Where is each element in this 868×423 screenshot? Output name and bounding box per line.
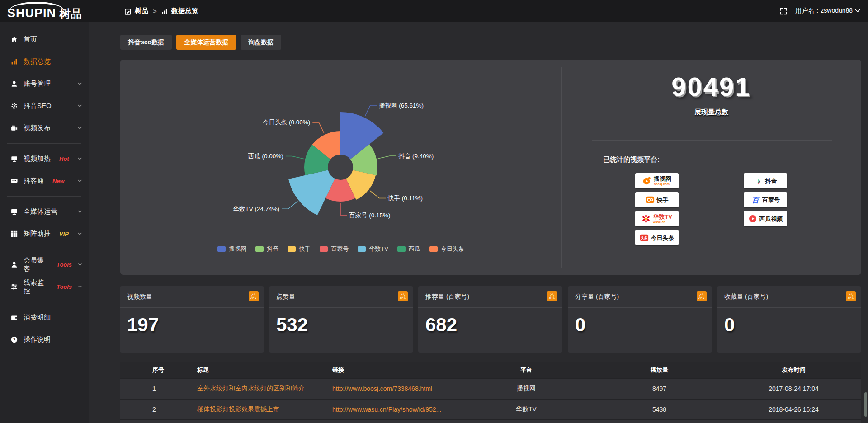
legend-item-3[interactable]: 百家号	[320, 245, 349, 253]
chevron-down-icon	[78, 262, 82, 267]
total-badge[interactable]: 总	[846, 291, 856, 301]
breadcrumb: 树品 > 数据总览	[125, 0, 198, 22]
sidebar-item-badge: VIP	[59, 230, 69, 237]
row-plays: 5438	[593, 406, 726, 413]
row-checkbox[interactable]	[132, 385, 132, 392]
sidebar-item-consume-detail[interactable]: 消费明细	[0, 306, 89, 329]
column-header-5: 发布时间	[726, 366, 861, 374]
platform-badge-xigua[interactable]: 西瓜视频	[744, 211, 787, 226]
platform-badge-wasu[interactable]: 华数TVwasu.cn	[635, 211, 679, 226]
total-badge[interactable]: 总	[697, 291, 707, 301]
monitor-icon	[11, 155, 18, 162]
video-title-link[interactable]: 楼体投影灯投影效果震撼上市	[197, 405, 279, 413]
sidebar-item-badge: Tools	[57, 283, 72, 290]
boosj-logo-icon	[642, 176, 651, 185]
wallet-icon	[11, 314, 18, 321]
username-display[interactable]: 用户名：zswodun88	[795, 7, 861, 15]
chevron-down-icon	[77, 156, 82, 161]
total-badge[interactable]: 总	[547, 291, 557, 301]
select-all-checkbox[interactable]	[132, 367, 132, 374]
sidebar-item-operation-guide[interactable]: ?操作说明	[0, 329, 89, 351]
sidebar-item-video-publish[interactable]: 视频发布	[0, 117, 89, 139]
row-link: http://www.boosj.com/7338468.html	[324, 385, 460, 392]
app-logo: SHUPIN 树品	[7, 1, 82, 19]
sidebar-item-douyin-seo[interactable]: 抖音SEO	[0, 95, 89, 117]
tab-inquiry-data[interactable]: 询盘数据	[241, 35, 281, 50]
sidebar-divider	[7, 143, 81, 144]
sidebar-item-douketong[interactable]: 抖客通New	[0, 170, 89, 192]
chart-bar-icon	[161, 7, 168, 14]
tab-media-operation-data[interactable]: 全媒体运营数据	[176, 35, 236, 50]
legend-swatch	[320, 246, 328, 252]
tab-douyin-seo-data[interactable]: 抖音seo数据	[120, 35, 172, 50]
grid-icon	[11, 230, 18, 237]
pie-label-4: 华数TV (24.74%)	[233, 206, 280, 212]
pie-label-6: 今日头条 (0.00%)	[263, 119, 310, 126]
table-header-row: 序号标题链接平台播放量发布时间	[120, 362, 861, 378]
legend-item-1[interactable]: 抖音	[255, 245, 278, 253]
legend-item-5[interactable]: 西瓜	[397, 245, 420, 253]
legend-swatch	[429, 246, 438, 252]
sidebar-item-home[interactable]: 首页	[0, 28, 89, 51]
scrollbar-thumb[interactable]	[864, 392, 867, 417]
platform-badge-boosj[interactable]: 播视网boosj.com	[635, 173, 679, 188]
sidebar-item-video-heat[interactable]: 视频加热Hot	[0, 148, 89, 170]
pie-label-line-6	[312, 122, 324, 133]
sidebar-item-account-manage[interactable]: 账号管理	[0, 73, 89, 95]
total-badge[interactable]: 总	[249, 291, 259, 301]
total-badge[interactable]: 总	[398, 291, 408, 301]
pie-slice-4[interactable]	[288, 170, 335, 215]
sidebar-item-label: 抖客通	[24, 177, 44, 185]
sidebar-item-member-burst[interactable]: 会员爆客Tools	[0, 254, 89, 276]
sidebar-item-media-operation[interactable]: 全媒体运营	[0, 201, 89, 223]
breadcrumb-item-root[interactable]: 树品	[135, 7, 148, 15]
pie-label-5: 西瓜 (0.00%)	[248, 153, 283, 160]
pie-label-line-4	[282, 201, 297, 209]
column-header-1: 标题	[189, 366, 324, 374]
stat-card-2: 推荐量 (百家号)总682	[418, 286, 562, 352]
platform-badge-douyin[interactable]: ♪♪♪抖音	[744, 173, 787, 188]
chevron-down-icon	[77, 231, 82, 236]
platform-badge-baijia[interactable]: 百百家号	[744, 192, 787, 207]
legend-item-0[interactable]: 播视网	[217, 245, 246, 253]
row-plays: 8497	[593, 385, 726, 392]
breadcrumb-item-current[interactable]: 数据总览	[171, 7, 198, 15]
sidebar-item-clue-monitor[interactable]: 线索监控Tools	[0, 276, 89, 298]
sidebar-item-label: 数据总览	[24, 57, 51, 66]
row-select-cell	[120, 406, 144, 413]
chevron-down-icon	[77, 81, 82, 86]
xigua-logo-icon	[748, 214, 757, 223]
video-url-link[interactable]: http://www.boosj.com/7338468.html	[332, 385, 432, 392]
platform-badge-name: 华数TV	[653, 214, 672, 220]
sidebar-item-label: 账号管理	[24, 80, 51, 88]
legend-item-4[interactable]: 华数TV	[358, 245, 388, 253]
chart-bar-icon	[11, 58, 18, 65]
member-icon	[11, 261, 18, 268]
sidebar-item-label: 线索监控	[24, 278, 48, 296]
stat-card-4: 收藏量 (百家号)总0	[717, 286, 861, 352]
row-checkbox[interactable]	[132, 406, 132, 413]
legend-swatch	[217, 246, 226, 252]
select-all-cell	[120, 367, 144, 374]
pie-legend: 播视网抖音快手百家号华数TV西瓜今日头条	[120, 245, 561, 253]
sidebar-divider	[7, 196, 81, 197]
legend-item-2[interactable]: 快手	[288, 245, 311, 253]
video-title-link[interactable]: 室外水纹灯和室内水纹灯的区别和简介	[197, 385, 305, 392]
platform-badge-kuaishou[interactable]: 快手	[635, 192, 679, 207]
column-header-3: 平台	[460, 366, 593, 374]
video-url-link[interactable]: http://www.wasu.cn/Play/show/id/952...	[332, 406, 441, 413]
stat-card-value: 532	[276, 314, 308, 336]
videos-table: 序号标题链接平台播放量发布时间1室外水纹灯和室内水纹灯的区别和简介http://…	[120, 362, 861, 423]
sidebar-item-data-overview[interactable]: 数据总览	[0, 51, 89, 73]
legend-label: 西瓜	[409, 245, 420, 253]
row-index: 1	[144, 385, 189, 392]
platform-badge-name: 今日头条	[651, 235, 675, 241]
stat-card-title: 推荐量 (百家号)	[425, 293, 469, 301]
pie-label-2: 快手 (0.11%)	[387, 195, 423, 202]
fullscreen-icon[interactable]	[780, 7, 787, 14]
platform-badge-toutiao[interactable]: 头条今日头条	[635, 230, 679, 245]
sidebar-divider	[7, 249, 81, 249]
legend-item-6[interactable]: 今日头条	[429, 245, 464, 253]
sidebar-item-matrix-boost[interactable]: 矩阵助推VIP	[0, 223, 89, 245]
stat-card-title: 分享量 (百家号)	[575, 293, 619, 301]
